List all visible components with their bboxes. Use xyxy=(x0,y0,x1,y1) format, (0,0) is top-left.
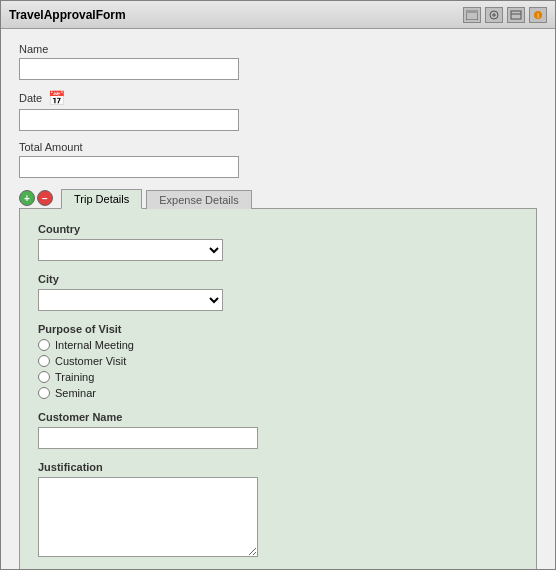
tab-controls: + − xyxy=(19,190,53,206)
radio-label-seminar: Seminar xyxy=(55,387,96,399)
customer-name-field-group: Customer Name xyxy=(38,411,518,449)
name-label: Name xyxy=(19,43,537,55)
total-amount-field-group: Total Amount xyxy=(19,141,537,178)
radio-label-internal-meeting: Internal Meeting xyxy=(55,339,134,351)
city-field-group: City xyxy=(38,273,518,311)
add-tab-button[interactable]: + xyxy=(19,190,35,206)
purpose-radio-group: Internal Meeting Customer Visit Training xyxy=(38,339,518,399)
window-icon-1[interactable] xyxy=(463,7,481,23)
justification-textarea[interactable] xyxy=(38,477,258,557)
window-title: TravelApprovalForm xyxy=(9,8,126,22)
purpose-label: Purpose of Visit xyxy=(38,323,518,335)
name-input[interactable] xyxy=(19,58,239,80)
city-select[interactable] xyxy=(38,289,223,311)
justification-field-group: Justification xyxy=(38,461,518,560)
calendar-icon[interactable]: 📅 xyxy=(48,90,65,106)
name-field-group: Name xyxy=(19,43,537,80)
svg-rect-3 xyxy=(511,11,521,19)
radio-item-seminar: Seminar xyxy=(38,387,518,399)
form-content: Name Date 📅 Total Amount + − Trip Detail… xyxy=(1,29,555,569)
radio-seminar[interactable] xyxy=(38,387,50,399)
total-amount-label: Total Amount xyxy=(19,141,537,153)
radio-label-training: Training xyxy=(55,371,94,383)
country-field-group: Country xyxy=(38,223,518,261)
main-window: TravelApprovalForm i Name Date xyxy=(0,0,556,570)
remove-tab-button[interactable]: − xyxy=(37,190,53,206)
window-icon-3[interactable] xyxy=(507,7,525,23)
window-icon-2[interactable] xyxy=(485,7,503,23)
country-label: Country xyxy=(38,223,518,235)
purpose-section: Purpose of Visit Internal Meeting Custom… xyxy=(38,323,518,399)
customer-name-input[interactable] xyxy=(38,427,258,449)
customer-name-label: Customer Name xyxy=(38,411,518,423)
justification-label: Justification xyxy=(38,461,518,473)
date-label: Date xyxy=(19,92,42,104)
radio-item-customer-visit: Customer Visit xyxy=(38,355,518,367)
tab-trip-details[interactable]: Trip Details xyxy=(61,189,142,209)
radio-item-internal-meeting: Internal Meeting xyxy=(38,339,518,351)
radio-item-training: Training xyxy=(38,371,518,383)
date-row: Date 📅 xyxy=(19,90,537,106)
window-icon-4[interactable]: i xyxy=(529,7,547,23)
title-bar: TravelApprovalForm i xyxy=(1,1,555,29)
tab-expense-details[interactable]: Expense Details xyxy=(146,190,252,209)
city-label: City xyxy=(38,273,518,285)
radio-customer-visit[interactable] xyxy=(38,355,50,367)
date-field-group: Date 📅 xyxy=(19,90,537,131)
svg-rect-1 xyxy=(466,10,478,13)
country-select[interactable] xyxy=(38,239,223,261)
radio-label-customer-visit: Customer Visit xyxy=(55,355,126,367)
radio-internal-meeting[interactable] xyxy=(38,339,50,351)
tabs-section: + − Trip Details Expense Details Country… xyxy=(19,188,537,569)
tab-content-trip-details: Country City Purpose of Visit xyxy=(19,208,537,569)
title-bar-icons: i xyxy=(463,7,547,23)
total-amount-input[interactable] xyxy=(19,156,239,178)
date-input[interactable] xyxy=(19,109,239,131)
tab-bar: + − Trip Details Expense Details xyxy=(19,188,537,208)
radio-training[interactable] xyxy=(38,371,50,383)
